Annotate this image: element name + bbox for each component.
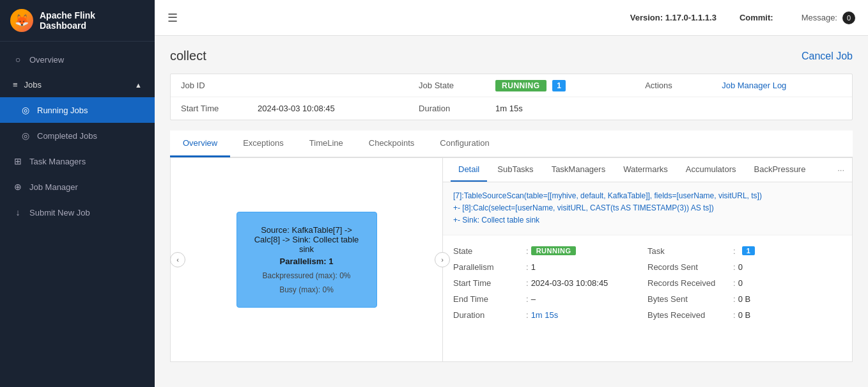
job-manager-log-link[interactable]: Job Manager Log — [711, 74, 852, 97]
detail-right-col: Task : 1 Records Sent : 0 Records Receiv… — [647, 243, 842, 323]
collapse-left-button[interactable]: ‹ — [170, 252, 185, 267]
sidebar-group-jobs[interactable]: ≡ Jobs ▲ — [0, 72, 155, 97]
records-received-sep: : — [733, 278, 736, 288]
detail-duration-sep: : — [526, 310, 529, 320]
sidebar-item-task-managers[interactable]: ⊞ Task Managers — [0, 148, 155, 174]
overview-panel: Source: KafkaTable[7] -> Calc[8] -> Sink… — [170, 157, 853, 362]
end-time-row: End Time : – — [453, 291, 647, 307]
node-path-line1: [7]:TableSourceScan(table=[[myhive, defa… — [453, 190, 842, 202]
parallelism-row: Parallelism : 1 — [453, 259, 647, 275]
sidebar-item-label: Submit New Job — [29, 208, 90, 217]
records-sent-row: Records Sent : 0 — [647, 259, 842, 275]
job-state-value: RUNNING 1 — [485, 74, 635, 97]
task-managers-icon: ⊞ — [13, 156, 23, 166]
sidebar-item-label: Completed Jobs — [37, 131, 97, 141]
bytes-sent-row: Bytes Sent : 0 B — [647, 291, 842, 307]
cancel-job-button[interactable]: Cancel Job — [802, 51, 853, 62]
node-busy: Busy (max): 0% — [252, 285, 361, 294]
page-title: collect — [170, 49, 206, 63]
tab-configuration[interactable]: Configuration — [427, 130, 502, 157]
sidebar-item-job-manager[interactable]: ⊕ Job Manager — [0, 174, 155, 200]
completed-jobs-icon: ◎ — [20, 130, 31, 141]
bytes-received-key: Bytes Received — [647, 310, 731, 320]
records-sent-key: Records Sent — [647, 262, 731, 272]
detail-tabs: Detail SubTasks TaskManagers Watermarks … — [443, 158, 852, 182]
detail-start-time-value: 2024-03-03 10:08:45 — [531, 278, 608, 288]
content-area: collect Cancel Job Job ID Job State RUNN… — [155, 36, 868, 387]
detail-panel: Detail SubTasks TaskManagers Watermarks … — [443, 158, 852, 361]
tab-checkpoints[interactable]: Checkpoints — [356, 130, 428, 157]
menu-icon[interactable]: ☰ — [167, 11, 178, 25]
records-received-value: 0 — [738, 278, 743, 288]
detail-grid: State : RUNNING Parallelism : 1 Start Ti… — [443, 235, 852, 331]
sidebar-item-submit-new-job[interactable]: ↓ Submit New Job — [0, 200, 155, 225]
job-id-value — [247, 74, 408, 97]
topbar: ☰ Version: 1.17.0-1.1.1.3 Commit: Messag… — [155, 0, 868, 36]
job-manager-log-text[interactable]: Job Manager Log — [722, 81, 786, 90]
sidebar-item-overview[interactable]: ○ Overview — [0, 47, 155, 72]
detail-tab-more-icon[interactable]: ··· — [837, 165, 844, 175]
sidebar-item-completed-jobs[interactable]: ◎ Completed Jobs — [0, 123, 155, 148]
node-box[interactable]: Source: KafkaTable[7] -> Calc[8] -> Sink… — [236, 212, 377, 308]
expand-right-button[interactable]: › — [435, 252, 450, 267]
job-info-card: Job ID Job State RUNNING 1 Actions Job M… — [170, 74, 853, 120]
bytes-sent-key: Bytes Sent — [647, 294, 731, 304]
app-logo: 🦊 — [10, 9, 33, 32]
detail-start-time-key: Start Time — [453, 278, 523, 288]
state-row: State : RUNNING — [453, 243, 647, 259]
sidebar-item-running-jobs[interactable]: ◎ Running Jobs — [0, 97, 155, 123]
end-time-sep: : — [526, 294, 529, 304]
commit-label: Commit: — [740, 13, 773, 22]
version-value: 1.17.0-1.1.1.3 — [665, 13, 717, 22]
running-badge: RUNNING — [495, 80, 546, 91]
state-sep: : — [526, 246, 529, 256]
bytes-sent-value: 0 B — [738, 294, 751, 304]
running-jobs-icon: ◎ — [20, 105, 31, 115]
message-badge[interactable]: 0 — [842, 12, 855, 24]
node-title: Source: KafkaTable[7] -> Calc[8] -> Sink… — [252, 225, 361, 254]
tab-exceptions[interactable]: Exceptions — [230, 130, 297, 157]
state-value-badge: RUNNING — [531, 246, 577, 255]
sidebar-item-label: Job Manager — [29, 182, 78, 192]
records-received-key: Records Received — [647, 278, 731, 288]
records-sent-value: 0 — [738, 262, 743, 272]
app-title: Apache Flink Dashboard — [40, 10, 144, 31]
bytes-received-sep: : — [733, 310, 736, 320]
job-id-row: Job ID Job State RUNNING 1 Actions Job M… — [171, 74, 852, 97]
detail-tab-taskmanagers[interactable]: TaskManagers — [544, 158, 614, 182]
records-received-row: Records Received : 0 — [647, 275, 842, 291]
sidebar-nav: ○ Overview ≡ Jobs ▲ ◎ Running Jobs ◎ Com… — [0, 42, 155, 387]
job-state-label: Job State — [408, 74, 485, 97]
detail-tab-accumulators[interactable]: Accumulators — [678, 158, 744, 182]
sidebar-group-label: Jobs — [24, 80, 42, 90]
detail-tab-subtasks[interactable]: SubTasks — [490, 158, 541, 182]
version-label: Version: 1.17.0-1.1.1.3 — [630, 13, 717, 22]
jobs-submenu: ◎ Running Jobs ◎ Completed Jobs — [0, 97, 155, 148]
actions-label: Actions — [635, 74, 711, 97]
sidebar: 🦊 Apache Flink Dashboard ○ Overview ≡ Jo… — [0, 0, 155, 387]
chevron-up-icon: ▲ — [135, 81, 142, 89]
parallelism-sep: : — [526, 262, 529, 272]
node-parallelism: Parallelism: 1 — [252, 257, 361, 266]
detail-tab-backpressure[interactable]: BackPressure — [747, 158, 814, 182]
tab-overview[interactable]: Overview — [170, 130, 230, 157]
sidebar-item-label: Running Jobs — [37, 106, 88, 115]
parallelism-key: Parallelism — [453, 262, 523, 272]
page-header: collect Cancel Job — [170, 49, 853, 63]
start-time-label: Start Time — [171, 97, 247, 120]
commit-label-text: Commit: — [740, 13, 773, 22]
task-row: Task : 1 — [647, 243, 842, 259]
state-key: State — [453, 246, 523, 256]
main-tabs: Overview Exceptions TimeLine Checkpoints… — [170, 130, 853, 157]
detail-tab-detail[interactable]: Detail — [451, 158, 487, 182]
start-time-row: Start Time 2024-03-03 10:08:45 Duration … — [171, 97, 852, 120]
job-id-label: Job ID — [171, 74, 247, 97]
main-area: ☰ Version: 1.17.0-1.1.1.3 Commit: Messag… — [155, 0, 868, 387]
detail-tab-watermarks[interactable]: Watermarks — [616, 158, 676, 182]
logo-icon: 🦊 — [15, 13, 29, 28]
graph-area: Source: KafkaTable[7] -> Calc[8] -> Sink… — [171, 158, 443, 361]
sidebar-item-label: Overview — [29, 55, 64, 65]
bytes-received-value: 0 B — [738, 310, 751, 320]
overview-icon: ○ — [13, 54, 23, 65]
tab-timeline[interactable]: TimeLine — [297, 130, 356, 157]
